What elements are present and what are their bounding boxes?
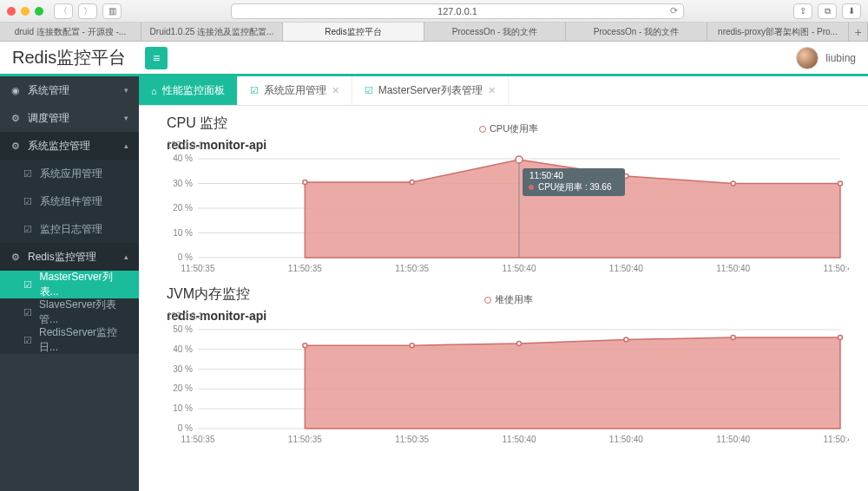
sidebar-item-master-server[interactable]: ☑ MasterServer列表...	[0, 271, 139, 298]
svg-text:20 %: 20 %	[173, 383, 193, 393]
sidebar-item-slave-server[interactable]: ☑ SlaveServer列表管...	[0, 298, 139, 326]
address-bar[interactable]: 127.0.0.1 ⟳	[231, 3, 684, 19]
back-button[interactable]: 〈	[54, 3, 73, 19]
tab-performance[interactable]: ⌂ 性能监控面板	[139, 76, 238, 105]
legend-marker-icon	[479, 126, 486, 133]
sidebar-item-redis-log[interactable]: ☑ RedisServer监控日...	[0, 326, 139, 354]
svg-text:11:50:45: 11:50:45	[824, 435, 849, 444]
svg-text:10 %: 10 %	[173, 228, 193, 238]
sidebar-group-system[interactable]: ◉ 系统管理 ▾	[0, 76, 139, 104]
user-menu[interactable]: liubing	[796, 47, 856, 69]
svg-point-24	[516, 156, 523, 163]
jvm-chart-svg[interactable]: 0 %10 %20 %30 %40 %50 %11:50:3511:50:351…	[163, 324, 849, 446]
check-icon: ☑	[250, 85, 259, 96]
svg-point-50	[517, 341, 522, 345]
sidebar-collapse-button[interactable]: ≡	[145, 47, 168, 69]
downloads-button[interactable]: ⬇	[842, 3, 861, 19]
cogs-icon: ⚙	[10, 252, 21, 263]
window-controls	[7, 7, 43, 16]
chart-legend: 堆使用率	[163, 293, 854, 306]
cogs-icon: ⚙	[10, 141, 21, 152]
svg-text:CPU使用率 : 39.66: CPU使用率 : 39.66	[538, 182, 612, 192]
sidebar-item-label: 系统应用管理	[40, 167, 102, 181]
address-text: 127.0.0.1	[437, 6, 477, 16]
sidebar-item-label: 系统管理	[28, 83, 69, 98]
tab-label: 性能监控面板	[162, 83, 225, 98]
legend-marker-icon	[484, 297, 491, 304]
close-window-icon[interactable]	[7, 7, 16, 16]
chevron-up-icon: ▴	[124, 252, 128, 261]
tab-sys-app[interactable]: ☑ 系统应用管理 ✕	[238, 76, 352, 105]
sidebar-toggle-button[interactable]: ▥	[102, 3, 122, 19]
svg-point-27	[529, 185, 534, 190]
sidebar-item-label: RedisServer监控日...	[39, 325, 128, 355]
minimize-window-icon[interactable]	[21, 7, 30, 16]
legend-label: 堆使用率	[495, 294, 533, 304]
svg-point-52	[731, 336, 735, 340]
content-tabstrip: ⌂ 性能监控面板 ☑ 系统应用管理 ✕ ☑ MasterServer列表管理 ✕	[139, 76, 868, 106]
browser-tabstrip: druid 连接数配置 - 开源搜 -... Druid1.0.25 连接池及监…	[0, 23, 868, 42]
cpu-chart-svg[interactable]: 0 %10 %20 %30 %40 %11:50:3511:50:3511:50…	[163, 154, 849, 275]
sidebar-item-label: MasterServer列表...	[40, 270, 128, 299]
chart-host: 127.0.0.1	[167, 311, 854, 321]
svg-text:11:50:35: 11:50:35	[181, 435, 215, 444]
new-tab-button[interactable]: +	[849, 23, 868, 41]
username: liubing	[825, 52, 856, 64]
svg-text:11:50:40: 11:50:40	[716, 264, 750, 273]
svg-text:11:50:40: 11:50:40	[529, 171, 563, 180]
svg-text:11:50:35: 11:50:35	[288, 264, 322, 273]
svg-text:11:50:35: 11:50:35	[395, 264, 429, 273]
sidebar-group-redis[interactable]: ⚙ Redis监控管理 ▴	[0, 243, 139, 271]
app-title: Redis监控平台	[12, 46, 126, 69]
svg-text:11:50:40: 11:50:40	[716, 435, 750, 444]
svg-text:0 %: 0 %	[178, 423, 193, 433]
chart-jvm: JVM内存监控 redis-monitor-api 堆使用率 127.0.0.1…	[139, 280, 868, 451]
sidebar-item-monitor-log[interactable]: ☑ 监控日志管理	[0, 215, 139, 243]
check-icon: ☑	[365, 85, 373, 96]
tab-label: MasterServer列表管理	[378, 83, 483, 98]
sidebar-item-label: 调度管理	[28, 111, 69, 126]
app-header: Redis监控平台 ≡ liubing	[0, 42, 868, 76]
svg-point-49	[410, 344, 414, 348]
check-icon: ☑	[23, 335, 32, 346]
svg-text:0 %: 0 %	[178, 252, 193, 262]
svg-point-22	[838, 181, 843, 186]
browser-tab[interactable]: nredis-proxy部署架构图 - Pro...	[707, 23, 849, 41]
close-icon[interactable]: ✕	[488, 85, 496, 96]
browser-tab[interactable]: druid 连接数配置 - 开源搜 -...	[0, 23, 141, 41]
sidebar-item-sys-component[interactable]: ☑ 系统组件管理	[0, 187, 139, 215]
svg-text:50 %: 50 %	[173, 324, 193, 334]
tabs-button[interactable]: ⧉	[818, 3, 837, 19]
svg-point-53	[838, 336, 843, 340]
dashboard-icon: ◉	[10, 85, 21, 96]
svg-point-48	[303, 344, 307, 348]
forward-button[interactable]: 〉	[78, 3, 97, 19]
browser-tab[interactable]: ProcessOn - 我的文件	[424, 23, 566, 41]
reload-icon[interactable]: ⟳	[670, 5, 678, 16]
browser-tab[interactable]: Redis监控平台	[283, 23, 424, 41]
svg-text:11:50:40: 11:50:40	[609, 264, 643, 273]
home-icon: ⌂	[151, 86, 157, 96]
svg-text:11:50:35: 11:50:35	[181, 264, 215, 273]
maximize-window-icon[interactable]	[35, 7, 43, 16]
close-icon[interactable]: ✕	[332, 85, 339, 96]
avatar	[796, 47, 819, 69]
browser-tab[interactable]: ProcessOn - 我的文件	[566, 23, 707, 41]
sidebar: ◉ 系统管理 ▾ ⚙ 调度管理 ▾ ⚙ 系统监控管理 ▴ ☑ 系统应用管理 ☑ …	[0, 76, 139, 491]
check-icon: ☑	[23, 196, 33, 207]
sidebar-group-monitor[interactable]: ⚙ 系统监控管理 ▴	[0, 132, 139, 160]
content-area: ⌂ 性能监控面板 ☑ 系统应用管理 ✕ ☑ MasterServer列表管理 ✕…	[139, 76, 868, 491]
svg-text:40 %: 40 %	[173, 344, 193, 354]
sidebar-item-label: 监控日志管理	[40, 222, 102, 237]
share-button[interactable]: ⇪	[793, 3, 812, 19]
legend-label: CPU使用率	[490, 123, 538, 134]
svg-text:11:50:40: 11:50:40	[503, 435, 536, 444]
svg-text:11:50:45: 11:50:45	[824, 264, 849, 273]
tab-master-server[interactable]: ☑ MasterServer列表管理 ✕	[352, 76, 509, 105]
browser-tab[interactable]: Druid1.0.25 连接池及监控配置...	[141, 23, 283, 41]
chart-cpu: CPU 监控 redis-monitor-api CPU使用率 127.0.0.…	[139, 109, 868, 280]
check-icon: ☑	[23, 307, 32, 318]
sidebar-group-schedule[interactable]: ⚙ 调度管理 ▾	[0, 104, 139, 132]
sidebar-item-sys-app[interactable]: ☑ 系统应用管理	[0, 160, 139, 187]
sidebar-item-label: 系统组件管理	[40, 194, 102, 209]
